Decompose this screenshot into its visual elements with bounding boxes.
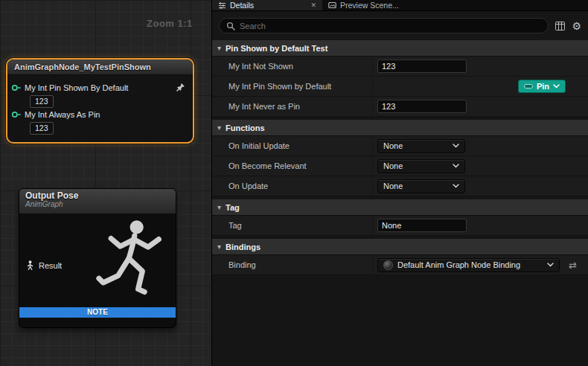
section-header[interactable]: ▾ Tag: [212, 199, 588, 216]
search-input[interactable]: [240, 22, 541, 30]
property-label: My Int Pin Shown by Default: [212, 82, 372, 91]
tab-details[interactable]: Details ✕: [212, 0, 322, 10]
binding-icon: [383, 260, 393, 270]
zoom-level-label: Zoom 1:1: [147, 18, 193, 29]
search-box[interactable]: [219, 18, 549, 33]
property-label: Tag: [212, 221, 372, 230]
node-title: Output Pose: [25, 190, 170, 201]
pin-value-box[interactable]: 123: [30, 122, 54, 135]
note-banner[interactable]: NOTE: [19, 307, 176, 318]
property-row: On Initial Update None: [212, 136, 588, 156]
property-list: ▾ Pin Shown by Default Test My Int Not S…: [212, 40, 588, 366]
pin-value-box[interactable]: 123: [30, 95, 54, 108]
property-label: My Int Not Shown: [212, 62, 372, 71]
chevron-down-icon: [453, 144, 459, 148]
pin-visibility-dropdown[interactable]: Pin: [518, 80, 566, 93]
section-title: Pin Shown by Default Test: [226, 44, 327, 53]
chevron-down-icon[interactable]: ▾: [217, 203, 221, 211]
section-title: Tag: [226, 203, 240, 212]
section-functions: ▾ Functions On Initial Update None On Be…: [212, 120, 588, 196]
pin-row: My Int Always As Pin: [11, 110, 188, 119]
details-tab-icon: [218, 1, 226, 10]
property-row: Tag: [212, 216, 588, 236]
property-label: My Int Never as Pin: [212, 102, 372, 111]
result-pin[interactable]: Result: [26, 260, 62, 270]
tab-preview-scene[interactable]: Preview Scene...: [322, 0, 405, 10]
chevron-down-icon: [453, 164, 459, 168]
pin-label: My Int Always As Pin: [25, 110, 100, 119]
property-row: Binding Default Anim Graph Node Binding …: [212, 255, 588, 275]
section-tag: ▾ Tag Tag: [212, 199, 588, 236]
preview-scene-tab-icon: [328, 1, 336, 10]
property-row: My Int Not Shown: [212, 57, 588, 77]
node-header[interactable]: Output Pose AnimGraph: [19, 189, 176, 214]
mannequin-figure: [88, 216, 174, 315]
node-title: AnimGraphNode_MyTestPinShown: [14, 62, 151, 71]
pin-capsule-icon: [524, 84, 533, 89]
section-bindings: ▾ Bindings Binding Default Anim Graph No…: [212, 239, 588, 275]
pin-thumbtack-icon[interactable]: [176, 83, 185, 92]
panel-tab-bar: Details ✕ Preview Scene...: [212, 0, 588, 11]
result-pin-label: Result: [39, 261, 62, 270]
on-initial-update-dropdown[interactable]: None: [377, 139, 465, 153]
int-pin-icon[interactable]: [11, 84, 21, 92]
swap-arrows-icon[interactable]: ⇄: [569, 260, 577, 271]
section-header[interactable]: ▾ Pin Shown by Default Test: [212, 40, 588, 57]
section-title: Bindings: [226, 243, 261, 251]
node-body: My Int Pin Shown By Default 123 My Int A…: [7, 75, 193, 142]
chevron-down-icon[interactable]: ▾: [217, 243, 221, 251]
on-update-dropdown[interactable]: None: [377, 179, 465, 193]
section-header[interactable]: ▾ Functions: [212, 120, 588, 136]
details-panel: Details ✕ Preview Scene... ⚙ ▾: [212, 0, 588, 366]
property-label: On Become Relevant: [212, 161, 372, 170]
property-row: On Become Relevant None: [212, 156, 588, 176]
tag-input[interactable]: [377, 219, 467, 232]
tab-label: Details: [230, 1, 254, 10]
binding-dropdown[interactable]: Default Anim Graph Node Binding: [377, 258, 560, 272]
property-label: Binding: [212, 260, 372, 269]
chevron-down-icon: [547, 263, 554, 267]
node-subtitle: AnimGraph: [25, 200, 170, 208]
pose-pin-icon: [26, 260, 34, 270]
int-pin-icon[interactable]: [11, 111, 21, 118]
section-pin-shown-by-default-test: ▾ Pin Shown by Default Test My Int Not S…: [212, 40, 588, 117]
section-header[interactable]: ▾ Bindings: [212, 239, 588, 255]
settings-gear-icon[interactable]: ⚙: [572, 21, 581, 31]
property-row: On Update None: [212, 176, 588, 196]
anim-blueprint-editor: Zoom 1:1 AnimGraphNode_MyTestPinShown My…: [0, 0, 588, 366]
section-title: Functions: [226, 123, 265, 132]
chevron-down-icon[interactable]: ▾: [217, 44, 221, 52]
tab-label: Preview Scene...: [340, 1, 399, 10]
pin-label: My Int Pin Shown By Default: [25, 83, 128, 92]
node-body: Result NOTE: [19, 214, 176, 318]
chevron-down-icon: [453, 184, 459, 188]
details-toolbar: ⚙: [212, 11, 588, 40]
anim-graph-node-selected[interactable]: AnimGraphNode_MyTestPinShown My Int Pin …: [6, 58, 194, 144]
graph-canvas[interactable]: Zoom 1:1 AnimGraphNode_MyTestPinShown My…: [0, 0, 212, 366]
node-header[interactable]: AnimGraphNode_MyTestPinShown: [7, 60, 193, 75]
output-pose-node[interactable]: Output Pose AnimGraph Result: [19, 188, 176, 328]
property-row: My Int Never as Pin: [212, 97, 588, 117]
property-label: On Initial Update: [212, 141, 372, 150]
close-icon[interactable]: ✕: [310, 1, 316, 9]
search-icon: [226, 22, 235, 30]
on-become-relevant-dropdown[interactable]: None: [377, 159, 465, 173]
pin-row: My Int Pin Shown By Default: [11, 83, 188, 92]
property-row: My Int Pin Shown by Default Pin: [212, 77, 588, 97]
my-int-never-as-pin-input[interactable]: [377, 100, 467, 113]
column-view-icon[interactable]: [555, 22, 565, 30]
chevron-down-icon: [553, 84, 560, 89]
property-label: On Update: [212, 182, 372, 190]
my-int-not-shown-input[interactable]: [377, 60, 467, 73]
pin-button-label: Pin: [537, 82, 549, 91]
chevron-down-icon[interactable]: ▾: [217, 123, 221, 132]
